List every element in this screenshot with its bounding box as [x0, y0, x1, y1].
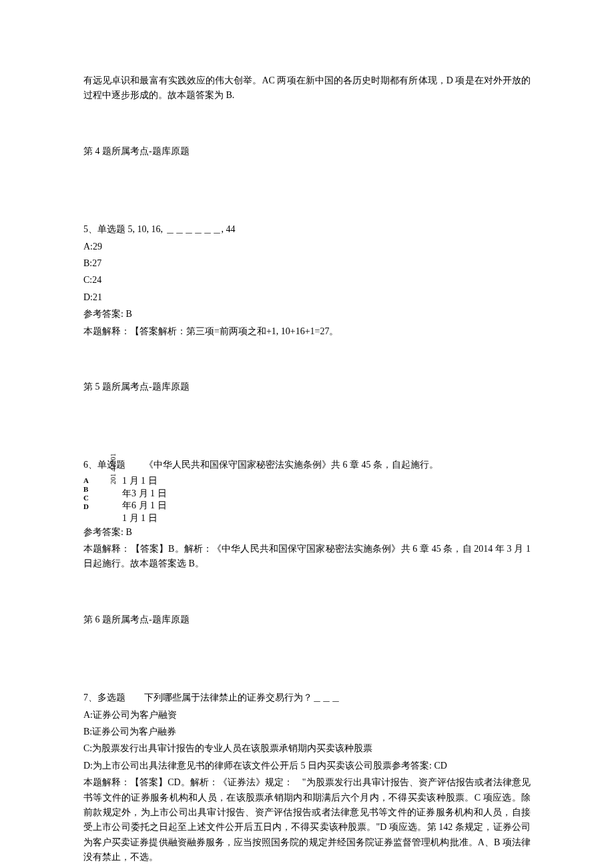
q6-date-c: 年6 月 1 日 — [122, 500, 167, 512]
q6-options-block: A B C D 201 44201 1 月 1 日 年3 月 1 日 年6 月 … — [83, 475, 531, 525]
q6-years-rotated: 201 44201 — [109, 453, 117, 484]
spacer — [83, 161, 531, 222]
document-page: 有远见卓识和最富有实践效应的伟大创举。AC 两项在新中国的各历史时期都有所体现，… — [0, 0, 614, 868]
q5-option-a: A:29 — [83, 240, 531, 254]
q7-option-d: D:为上市公司出具法律意见书的律师在该文件公开后 5 日内买卖该公司股票参考答案… — [83, 759, 531, 773]
q5-option-b: B:27 — [83, 256, 531, 271]
spacer — [83, 105, 531, 144]
q6-answer: 参考答案: B — [83, 525, 531, 540]
spacer — [83, 396, 531, 458]
q5-option-c: C:24 — [83, 273, 531, 288]
q6-dates: 1 月 1 日 年3 月 1 日 年6 月 1 日 1 月 1 日 — [122, 475, 167, 526]
spacer — [83, 629, 531, 691]
q6-explanation: 本题解释：【答案】B。解析：《中华人民共和国保守国家秘密法实施条例》共 6 章 … — [83, 542, 531, 572]
q6-option-labels: A B C D — [83, 476, 89, 512]
q6-label-d: D — [83, 502, 89, 511]
q7-option-c: C:为股票发行出具审计报告的专业人员在该股票承销期内买卖该种股票 — [83, 741, 531, 756]
q6-label-a: A — [83, 476, 89, 485]
q6-date-d: 1 月 1 日 — [122, 512, 167, 525]
q5-option-d: D:21 — [83, 290, 531, 305]
spacer — [83, 574, 531, 612]
spacer — [83, 341, 531, 380]
intro-paragraph: 有远见卓识和最富有实践效应的伟大创举。AC 两项在新中国的各历史时期都有所体现，… — [83, 73, 531, 103]
q6-date-a: 1 月 1 日 — [122, 475, 167, 488]
q7-option-b: B:证券公司为客户融券 — [83, 725, 531, 739]
q6-label-c: C — [83, 494, 89, 502]
q6-topic: 第 6 题所属考点-题库原题 — [83, 612, 531, 627]
q6-date-b: 年3 月 1 日 — [122, 488, 167, 500]
q7-explanation: 本题解释：【答案】CD。解析：《证券法》规定： "为股票发行出具审计报告、资产评… — [83, 775, 531, 865]
q5-explanation: 本题解释：【答案解析：第三项=前两项之和+1, 10+16+1=27。 — [83, 324, 531, 339]
q4-topic: 第 4 题所属考点-题库原题 — [83, 144, 531, 159]
q5-answer: 参考答案: B — [83, 307, 531, 322]
q5-topic: 第 5 题所属考点-题库原题 — [83, 380, 531, 394]
q6-label-b: B — [83, 485, 89, 494]
q7-stem: 7、多选题 下列哪些属于法律禁止的证券交易行为？＿＿＿ — [83, 691, 531, 705]
q7-option-a: A:证券公司为客户融资 — [83, 708, 531, 723]
q5-stem: 5、单选题 5, 10, 16, ＿＿＿＿＿＿, 44 — [83, 222, 531, 237]
q6-stem: 6、单选题 《中华人民共和国保守国家秘密法实施条例》共 6 章 45 条，自起施… — [83, 458, 531, 472]
